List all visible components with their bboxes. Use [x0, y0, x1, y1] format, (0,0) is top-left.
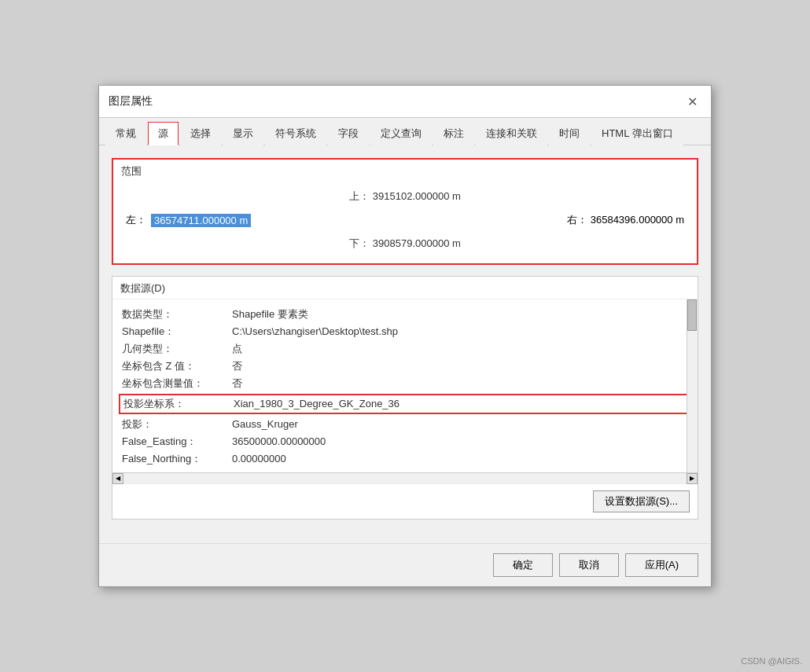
ds-value-1: C:\Users\zhangiser\Desktop\test.shp [232, 325, 688, 337]
ds-value-6: Gauss_Kruger [232, 418, 688, 430]
datasource-table: 数据类型：Shapefile 要素类Shapefile：C:\Users\zha… [122, 306, 688, 468]
datasource-scroll-area[interactable]: 数据类型：Shapefile 要素类Shapefile：C:\Users\zha… [112, 299, 698, 472]
dialog-footer: 确定 取消 应用(A) [99, 543, 711, 586]
ds-label-4: 坐标包含测量值： [122, 376, 232, 391]
datasource-row-1: Shapefile：C:\Users\zhangiser\Desktop\tes… [122, 323, 688, 340]
tab-definition-query[interactable]: 定义查询 [370, 122, 432, 145]
extent-right-value: 36584396.000000 m [591, 214, 684, 226]
scrollbar-thumb[interactable] [687, 299, 697, 331]
extent-top-value: 3915102.000000 m [373, 190, 461, 202]
cancel-button[interactable]: 取消 [559, 553, 619, 577]
title-bar: 图层属性 ✕ [99, 86, 711, 118]
tab-time[interactable]: 时间 [549, 122, 590, 145]
tab-selection[interactable]: 选择 [180, 122, 221, 145]
extent-left-container: 左： 36574711.000000 m [126, 213, 251, 227]
ds-value-0: Shapefile 要素类 [232, 307, 688, 321]
datasource-section: 数据源(D) 数据类型：Shapefile 要素类Shapefile：C:\Us… [112, 276, 698, 520]
ds-value-3: 否 [232, 359, 688, 373]
extent-bottom-value: 3908579.000000 m [373, 237, 461, 249]
datasource-row-5: 投影坐标系：Xian_1980_3_Degree_GK_Zone_36 [119, 394, 691, 414]
extent-bottom-label: 下： [349, 237, 370, 249]
extent-grid: 上： 3915102.000000 m 左： 36574711.000000 m… [113, 182, 697, 263]
tab-source[interactable]: 源 [148, 122, 179, 145]
extent-section: 范围 上： 3915102.000000 m 左： 36574711.00000… [112, 158, 698, 265]
datasource-row-0: 数据类型：Shapefile 要素类 [122, 306, 688, 323]
extent-bottom: 下： 3908579.000000 m [126, 233, 684, 254]
tab-fields[interactable]: 字段 [328, 122, 369, 145]
datasource-section-title: 数据源(D) [112, 277, 698, 299]
tab-labels[interactable]: 标注 [433, 122, 474, 145]
ds-value-4: 否 [232, 376, 688, 391]
dialog-title: 图层属性 [109, 94, 153, 108]
datasource-row-3: 坐标包含 Z 值：否 [122, 358, 688, 375]
ds-value-2: 点 [232, 342, 688, 356]
scroll-right-arrow[interactable]: ▶ [687, 473, 698, 484]
ds-label-8: False_Northing： [122, 452, 232, 466]
tab-display[interactable]: 显示 [223, 122, 263, 145]
ds-label-5: 投影坐标系： [123, 397, 234, 411]
extent-top-label: 上： [349, 190, 370, 202]
content-area: 范围 上： 3915102.000000 m 左： 36574711.00000… [99, 145, 711, 543]
close-button[interactable]: ✕ [683, 92, 701, 111]
vertical-scrollbar[interactable] [687, 299, 698, 472]
ds-value-7: 36500000.00000000 [232, 435, 688, 447]
tab-html-popup[interactable]: HTML 弹出窗口 [591, 122, 683, 145]
ds-value-5: Xian_1980_3_Degree_GK_Zone_36 [234, 398, 687, 409]
ds-label-6: 投影： [122, 417, 232, 431]
ds-label-3: 坐标包含 Z 值： [122, 359, 232, 373]
tab-general[interactable]: 常规 [105, 122, 146, 145]
set-source-button[interactable]: 设置数据源(S)... [593, 490, 690, 512]
extent-left-value: 36574711.000000 m [151, 214, 251, 227]
extent-right-label: 右： [567, 214, 587, 226]
datasource-row-4: 坐标包含测量值：否 [122, 375, 688, 392]
ds-label-0: 数据类型： [122, 307, 232, 321]
tab-bar: 常规 源 选择 显示 符号系统 字段 定义查询 标注 连接和关联 时间 HTML… [99, 118, 711, 145]
extent-top: 上： 3915102.000000 m [126, 186, 684, 207]
datasource-row-8: False_Northing：0.00000000 [122, 450, 688, 468]
tab-joins[interactable]: 连接和关联 [476, 122, 547, 145]
ds-label-1: Shapefile： [122, 325, 232, 339]
ds-value-8: 0.00000000 [232, 453, 688, 465]
extent-right-container: 右： 36584396.000000 m [567, 213, 684, 227]
ds-label-2: 几何类型： [122, 342, 232, 356]
ok-button[interactable]: 确定 [493, 553, 553, 577]
apply-button[interactable]: 应用(A) [625, 553, 698, 577]
datasource-row-7: False_Easting：36500000.00000000 [122, 433, 688, 450]
extent-middle: 左： 36574711.000000 m 右： 36584396.000000 … [126, 210, 684, 230]
extent-left-label: 左： [126, 213, 146, 227]
horizontal-scrollbar[interactable]: ◀ ▶ [112, 472, 698, 483]
datasource-footer: 设置数据源(S)... [112, 483, 698, 519]
layer-properties-dialog: 图层属性 ✕ 常规 源 选择 显示 符号系统 字段 定义查询 标注 连接和关联 … [98, 85, 712, 587]
datasource-row-2: 几何类型：点 [122, 340, 688, 358]
watermark: CSDN @AIGIS. [741, 656, 802, 666]
scroll-left-arrow[interactable]: ◀ [112, 473, 123, 484]
extent-section-title: 范围 [113, 160, 697, 182]
ds-label-7: False_Easting： [122, 435, 232, 449]
datasource-row-6: 投影：Gauss_Kruger [122, 416, 688, 433]
tab-symbology[interactable]: 符号系统 [265, 122, 326, 145]
